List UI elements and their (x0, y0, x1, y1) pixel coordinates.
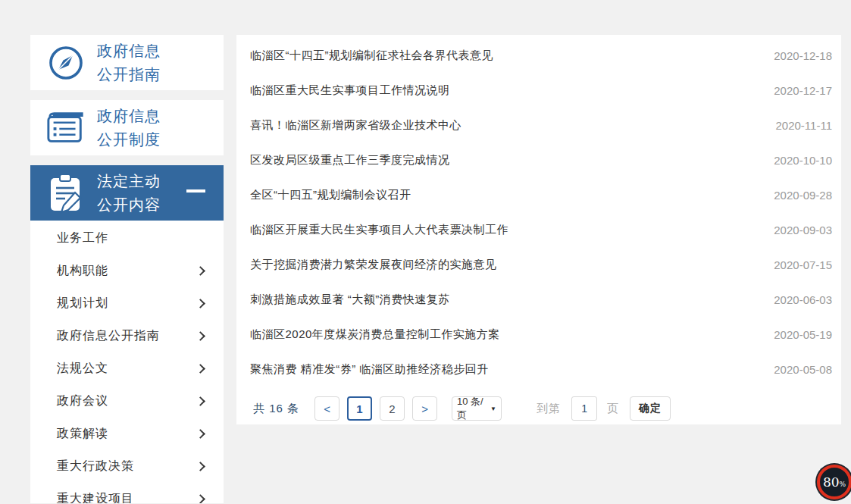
article-row[interactable]: 刺激措施成效显著 “大额”消费快速复苏 2020-06-03 (250, 282, 832, 317)
article-title[interactable]: 刺激措施成效显著 “大额”消费快速复苏 (250, 293, 450, 307)
article-date: 2020-07-15 (774, 258, 832, 271)
zoom-value: 80 (823, 474, 840, 490)
page-number-buttons: 1 2 (347, 396, 412, 421)
article-row[interactable]: 喜讯！临淄区新增两家省级企业技术中心 2020-11-11 (250, 108, 832, 142)
article-date: 2020-05-08 (774, 363, 832, 376)
article-title[interactable]: 关于挖掘消费潜力繁荣发展夜间经济的实施意见 (250, 258, 497, 272)
sidebar-item-gov-info-system[interactable]: 政府信息 公开制度 (30, 100, 224, 155)
article-title[interactable]: 全区“十四五”规划编制会议召开 (250, 188, 411, 202)
menu-item-label: 业务工作 (57, 230, 108, 246)
page-size-value: 10 条/页 (457, 395, 487, 422)
pagination-bar: 共 16 条 < 1 2 > 10 条/页 ▼ 到第 页 确定 (250, 396, 832, 421)
menu-item-label: 政府信息公开指南 (57, 328, 160, 344)
article-title[interactable]: 临淄区重大民生实事项目工作情况说明 (250, 83, 450, 98)
sidebar-menu-item[interactable]: 法规公文 (30, 352, 224, 385)
menu-item-label: 政策解读 (57, 426, 108, 442)
article-row[interactable]: 临淄区重大民生实事项目工作情况说明 2020-12-17 (250, 73, 832, 108)
menu-item-label: 重大行政决策 (57, 459, 134, 474)
article-row[interactable]: 临淄区“十四五”规划编制征求社会各界代表意见 2020-12-18 (250, 38, 832, 73)
menu-item-label: 重大建设项目 (57, 491, 134, 503)
article-title[interactable]: 临淄区2020年度煤炭消费总量控制工作实施方案 (250, 327, 500, 342)
article-date: 2020-12-18 (774, 49, 832, 62)
article-date: 2020-09-03 (774, 224, 832, 236)
sidebar-menu-item[interactable]: 业务工作 (30, 222, 224, 255)
chevron-right-icon (196, 494, 205, 503)
article-date: 2020-05-19 (774, 328, 832, 341)
article-date: 2020-09-28 (774, 189, 832, 202)
chevron-right-icon (196, 364, 205, 374)
goto-page-prefix-label: 到第 (537, 402, 561, 416)
chevron-right-icon (196, 429, 205, 439)
article-title[interactable]: 喜讯！临淄区新增两家省级企业技术中心 (250, 118, 461, 133)
notebook-icon (45, 108, 86, 149)
card-label-line: 公开制度 (97, 128, 161, 152)
zoom-level-widget[interactable]: 80 % (817, 465, 851, 499)
card-label-line: 公开指南 (97, 63, 161, 86)
article-date: 2020-10-10 (774, 154, 832, 167)
sidebar-item-gov-info-guide[interactable]: 政府信息 公开指南 (30, 35, 224, 90)
article-title[interactable]: 区发改局区级重点工作三季度完成情况 (250, 153, 450, 167)
article-row[interactable]: 全区“十四五”规划编制会议召开 2020-09-28 (250, 177, 832, 212)
article-row[interactable]: 聚焦消费 精准发“券” 临淄区助推经济稳步回升 2020-05-08 (250, 352, 832, 387)
minus-icon[interactable] (186, 189, 205, 193)
sidebar-menu-item[interactable]: 政策解读 (30, 418, 224, 450)
confirm-button[interactable]: 确定 (630, 396, 671, 421)
chevron-right-icon (196, 299, 205, 308)
card-label-line: 政府信息 (97, 39, 161, 63)
article-row[interactable]: 临淄区2020年度煤炭消费总量控制工作实施方案 2020-05-19 (250, 317, 832, 352)
sidebar-menu-item[interactable]: 机构职能 (30, 255, 224, 287)
sidebar: 政府信息 公开指南 政府信息 公开制度 (30, 35, 224, 503)
sidebar-item-statutory-disclosure[interactable]: 法定主动 公开内容 (30, 165, 224, 221)
total-count-label: 共 16 条 (253, 402, 299, 416)
goto-page-suffix-label: 页 (607, 402, 619, 416)
article-row[interactable]: 区发改局区级重点工作三季度完成情况 2020-10-10 (250, 142, 832, 177)
menu-item-label: 规划计划 (57, 296, 108, 311)
sidebar-menu-item[interactable]: 政府会议 (30, 385, 224, 418)
chevron-right-icon (196, 331, 205, 341)
article-list: 临淄区“十四五”规划编制征求社会各界代表意见 2020-12-18 临淄区重大民… (250, 38, 832, 387)
article-title[interactable]: 临淄区“十四五”规划编制征求社会各界代表意见 (250, 49, 493, 63)
sidebar-menu-item[interactable]: 重大行政决策 (30, 450, 224, 483)
card-label-line: 公开内容 (97, 193, 161, 217)
article-row[interactable]: 临淄区开展重大民生实事项目人大代表票决制工作 2020-09-03 (250, 212, 832, 247)
card-label-line: 法定主动 (97, 170, 161, 193)
page-number-button[interactable]: 1 (347, 396, 372, 421)
sidebar-menu: 业务工作 机构职能 规划计划 政府信息公开指南 法规公文 (30, 221, 224, 503)
article-row[interactable]: 关于挖掘消费潜力繁荣发展夜间经济的实施意见 2020-07-15 (250, 247, 832, 282)
article-title[interactable]: 临淄区开展重大民生实事项目人大代表票决制工作 (250, 223, 508, 237)
caret-down-icon: ▼ (490, 405, 496, 412)
chevron-right-icon (196, 396, 205, 406)
card-label-line: 政府信息 (97, 105, 161, 128)
zoom-unit: % (840, 481, 846, 488)
article-panel: 临淄区“十四五”规划编制征求社会各界代表意见 2020-12-18 临淄区重大民… (236, 35, 841, 424)
sidebar-menu-item[interactable]: 政府信息公开指南 (30, 320, 224, 352)
menu-item-label: 法规公文 (57, 361, 108, 377)
chevron-right-icon (196, 266, 205, 276)
chevron-right-icon (196, 462, 205, 471)
page-number-button[interactable]: 2 (380, 396, 405, 421)
menu-item-label: 政府会议 (57, 393, 108, 409)
clipboard-pen-icon (45, 173, 86, 214)
article-date: 2020-06-03 (774, 293, 832, 306)
sidebar-menu-item[interactable]: 规划计划 (30, 287, 224, 320)
article-title[interactable]: 聚焦消费 精准发“券” 临淄区助推经济稳步回升 (250, 362, 489, 377)
prev-page-button[interactable]: < (314, 396, 339, 421)
article-date: 2020-12-17 (774, 84, 832, 97)
article-date: 2020-11-11 (775, 119, 832, 132)
menu-item-label: 机构职能 (57, 263, 108, 279)
next-page-button[interactable]: > (412, 396, 437, 421)
page-size-select[interactable]: 10 条/页 ▼ (452, 396, 502, 421)
compass-icon (45, 42, 86, 83)
sidebar-menu-item[interactable]: 重大建设项目 (30, 483, 224, 503)
goto-page-input[interactable] (571, 396, 597, 421)
